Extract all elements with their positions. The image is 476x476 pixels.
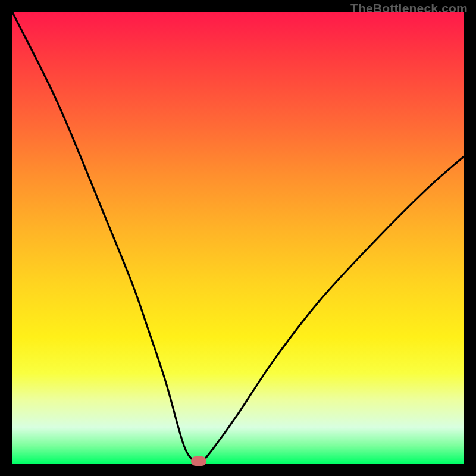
chart-frame: TheBottleneck.com (0, 0, 476, 476)
watermark-text: TheBottleneck.com (350, 1, 468, 15)
chart-plot-area (12, 12, 464, 464)
bottleneck-curve (12, 12, 464, 464)
optimal-point-marker (191, 456, 206, 466)
